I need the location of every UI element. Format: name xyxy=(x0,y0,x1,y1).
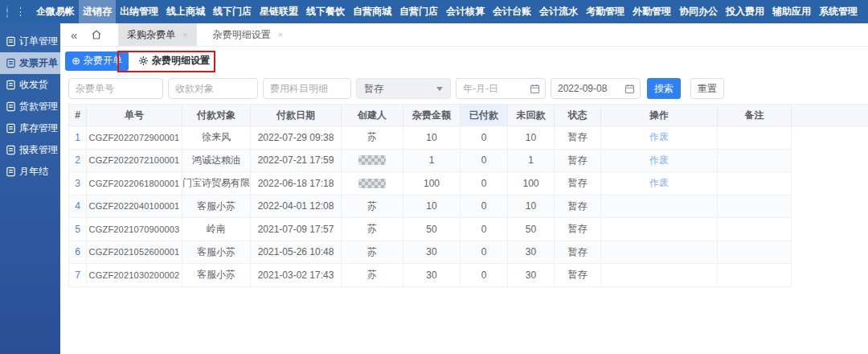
cell-pay_date: 2022-06-18 17:18 xyxy=(251,172,342,195)
void-link[interactable]: 作废 xyxy=(649,154,669,167)
cell-pay_date: 2022-07-29 09:38 xyxy=(251,126,342,149)
table-header-row: #单号付款对象付款日期创建人杂费金额已付款未回款状态操作备注 xyxy=(68,104,868,126)
sidebar-item[interactable]: 货款管理 xyxy=(0,96,60,117)
sidebar-item[interactable]: 报表管理 xyxy=(0,139,60,161)
column-header-amount[interactable]: 杂费金额 xyxy=(403,105,461,126)
sidebar-item-label: 月年结 xyxy=(19,165,48,179)
void-link[interactable]: 作废 xyxy=(649,130,669,144)
cell-index[interactable]: 1 xyxy=(68,126,87,149)
cell-amount: 10 xyxy=(403,196,461,218)
close-icon[interactable]: × xyxy=(182,30,187,39)
cell-index[interactable]: 4 xyxy=(68,196,87,218)
topnav-item[interactable]: 星链联盟 xyxy=(256,0,302,23)
cell-status: 暂存 xyxy=(555,126,601,149)
end-date-input[interactable] xyxy=(551,78,641,99)
void-link[interactable]: 作废 xyxy=(649,176,669,190)
cell-amount: 30 xyxy=(403,241,461,264)
cell-index[interactable]: 3 xyxy=(68,172,87,195)
cell-action: 作废 xyxy=(601,150,718,172)
tab[interactable]: 采购杂费单× xyxy=(118,23,196,46)
topnav-item[interactable]: 辅助应用 xyxy=(768,0,815,23)
topnav-item[interactable]: 线上商城 xyxy=(162,0,209,23)
topnav-item[interactable]: 线下餐饮 xyxy=(302,0,349,23)
reset-button[interactable]: 重置 xyxy=(690,78,724,99)
column-header-pay_date[interactable]: 付款日期 xyxy=(251,105,342,126)
topnav-item[interactable]: 会计流水 xyxy=(535,0,582,23)
sidebar-item[interactable]: 发票开单 xyxy=(0,52,60,74)
cell-paid: 0 xyxy=(461,172,508,195)
expense-subject-input[interactable] xyxy=(263,78,351,99)
column-header-unreturned[interactable]: 未回款 xyxy=(508,105,555,126)
status-select[interactable]: 暂存 xyxy=(356,78,451,99)
fee-detail-settings-button[interactable]: 杂费明细设置 xyxy=(138,51,210,71)
cell-payee: 客服小苏 xyxy=(182,241,251,264)
topnav-item[interactable]: 投入费用 xyxy=(722,0,768,23)
cell-unreturned: 30 xyxy=(508,264,555,286)
sidebar-item-label: 报表管理 xyxy=(19,143,58,157)
cell-paid: 0 xyxy=(461,126,508,149)
column-header-payee[interactable]: 付款对象 xyxy=(182,105,251,126)
column-header-remark[interactable]: 备注 xyxy=(718,105,792,126)
topnav-item[interactable]: 系统管理 xyxy=(815,0,862,23)
cell-status: 暂存 xyxy=(555,264,601,286)
column-header-creator[interactable]: 创建人 xyxy=(342,105,403,126)
cell-status: 暂存 xyxy=(555,196,601,218)
main-content: « 采购杂费单×杂费明细设置× ⊕ 杂费开单 杂费明细设置 xyxy=(60,23,868,354)
fee-no-input[interactable] xyxy=(68,78,163,99)
shipping-icon xyxy=(6,80,16,90)
cell-index[interactable]: 2 xyxy=(68,150,87,172)
column-header-no[interactable]: 单号 xyxy=(87,105,182,126)
sidebar-item[interactable]: 月年结 xyxy=(0,161,60,183)
topnav-item[interactable]: 进销存 xyxy=(79,0,116,23)
sidebar-item[interactable]: 收发货 xyxy=(0,74,60,96)
create-fee-button[interactable]: ⊕ 杂费开单 xyxy=(65,51,129,71)
cell-pay_date: 2021-07-09 17:57 xyxy=(251,218,342,241)
app-logo-blurred xyxy=(6,6,8,18)
search-button[interactable]: 搜索 xyxy=(647,78,681,99)
cell-index[interactable]: 7 xyxy=(68,264,87,286)
cell-index[interactable]: 5 xyxy=(68,218,87,241)
topnav-item[interactable]: 自营门店 xyxy=(395,0,442,23)
topnav-item[interactable]: 出纳管理 xyxy=(116,0,162,23)
cell-creator xyxy=(342,172,403,195)
topnav-item[interactable]: 自营商城 xyxy=(349,0,395,23)
sidebar-item[interactable]: 库存管理 xyxy=(0,117,60,139)
create-fee-label: 杂费开单 xyxy=(84,54,122,68)
cell-payee: 厦门宝诗贸易有限… xyxy=(182,172,251,195)
close-icon[interactable]: × xyxy=(278,30,283,39)
app-window: 企微易帐进销存出纳管理线上商城线下门店星链联盟线下餐饮自营商城自营门店会计核算会… xyxy=(0,0,868,354)
topnav-item[interactable]: 会计核算 xyxy=(442,0,489,23)
cell-unreturned: 10 xyxy=(508,126,555,149)
payee-input[interactable] xyxy=(168,78,258,99)
column-header-paid[interactable]: 已付款 xyxy=(461,105,508,126)
topnav-item[interactable]: 协同办公 xyxy=(675,0,722,23)
table-row: 6CGZF2021052600001客服小苏2021-05-26 10:48苏3… xyxy=(68,241,792,265)
tab[interactable]: 杂费明细设置× xyxy=(204,23,292,46)
open-tabs: 采购杂费单×杂费明细设置× xyxy=(118,23,299,46)
column-header-index[interactable]: # xyxy=(68,105,87,126)
topnav-item[interactable]: 考勤管理 xyxy=(582,0,628,23)
report-icon xyxy=(6,145,16,155)
sidebar-item[interactable]: 订单管理 xyxy=(0,31,60,52)
cell-unreturned: 10 xyxy=(508,196,555,218)
header-filler xyxy=(792,105,868,126)
cell-paid: 0 xyxy=(461,264,508,286)
collapse-sidebar-icon[interactable]: « xyxy=(71,29,77,41)
inventory-icon xyxy=(6,123,16,134)
topnav-item[interactable]: 外勤管理 xyxy=(628,0,675,23)
home-icon[interactable] xyxy=(91,29,102,40)
column-header-action[interactable]: 操作 xyxy=(601,105,718,126)
gear-icon xyxy=(138,56,149,66)
topnav-item[interactable]: 会计台账 xyxy=(489,0,535,23)
start-date-input[interactable] xyxy=(456,78,546,99)
topnav-item[interactable]: 线下门店 xyxy=(209,0,256,23)
cell-index[interactable]: 6 xyxy=(68,241,87,264)
table-row: 1CGZF2022072900001徐来风2022-07-29 09:38苏10… xyxy=(68,126,792,150)
cell-creator: 苏 xyxy=(342,218,403,241)
topnav-item[interactable]: 企微易帐 xyxy=(32,0,79,23)
column-header-status[interactable]: 状态 xyxy=(555,105,601,126)
order-icon xyxy=(6,36,16,47)
cell-no: CGZF2021030200002 xyxy=(87,264,182,286)
cell-pay_date: 2022-04-01 12:08 xyxy=(251,196,342,218)
table-row: 3CGZF2022061800001厦门宝诗贸易有限…2022-06-18 17… xyxy=(68,172,792,196)
